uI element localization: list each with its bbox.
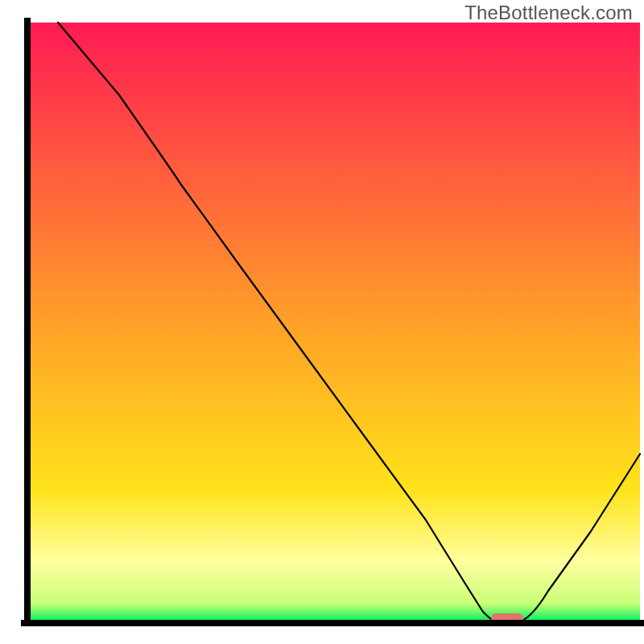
chart-frame: TheBottleneck.com (0, 0, 644, 644)
gradient-background (27, 23, 640, 621)
bottleneck-chart (0, 0, 644, 644)
watermark-label: TheBottleneck.com (464, 2, 633, 24)
